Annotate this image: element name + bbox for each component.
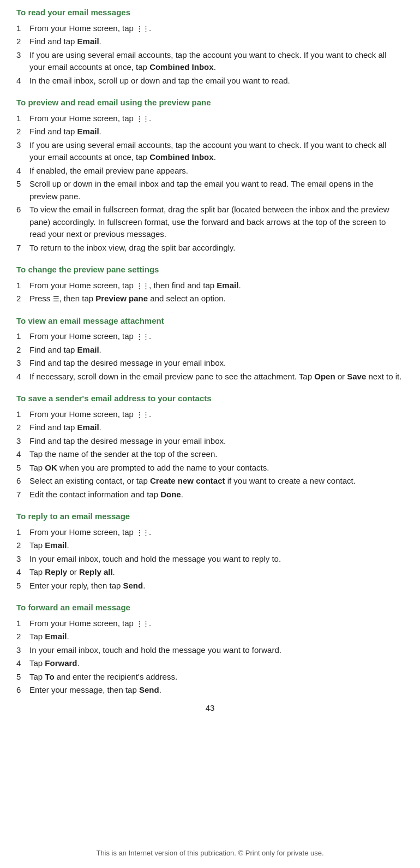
step-list-change-preview: 1From your Home screen, tap ⋮⋮, then fin… — [16, 280, 404, 305]
section-title-preview-email: To preview and read email using the prev… — [16, 97, 404, 109]
step-number: 1 — [16, 617, 29, 630]
step-number: 5 — [16, 671, 29, 683]
step-number: 3 — [16, 49, 29, 62]
step-item: 5Enter your reply, then tap Send. — [16, 580, 404, 592]
step-number: 4 — [16, 566, 29, 579]
step-text: From your Home screen, tap ⋮⋮. — [29, 22, 404, 35]
step-text: To view the email in fullscreen format, … — [29, 204, 404, 241]
step-text: Scroll up or down in the email inbox and… — [29, 178, 404, 203]
step-item: 5Tap To and enter the recipient's addres… — [16, 671, 404, 683]
step-item: 6Select an existing contact, or tap Crea… — [16, 475, 404, 487]
step-number: 7 — [16, 242, 29, 254]
step-item: 6Enter your message, then tap Send. — [16, 684, 404, 697]
section-title-change-preview: To change the preview pane settings — [16, 264, 404, 276]
step-item: 4Tap the name of the sender at the top o… — [16, 448, 404, 461]
step-number: 3 — [16, 644, 29, 657]
step-text: If you are using several email accounts,… — [29, 49, 404, 74]
footer: This is an Internet version of this publ… — [0, 848, 420, 859]
section-title-save-sender: To save a sender's email address to your… — [16, 393, 404, 405]
step-text: Edit the contact information and tap Don… — [29, 489, 404, 501]
step-number: 3 — [16, 553, 29, 566]
step-text: If necessary, scroll down in the email p… — [29, 371, 404, 383]
step-number: 4 — [16, 75, 29, 87]
step-item: 1From your Home screen, tap ⋮⋮. — [16, 526, 404, 539]
step-item: 2Tap Email. — [16, 539, 404, 552]
page-number: 43 — [16, 702, 404, 715]
step-item: 2Find and tap Email. — [16, 126, 404, 138]
step-item: 4Tap Forward. — [16, 657, 404, 670]
step-list-read-email: 1From your Home screen, tap ⋮⋮.2Find and… — [16, 22, 404, 87]
step-item: 6To view the email in fullscreen format,… — [16, 204, 404, 241]
step-item: 1From your Home screen, tap ⋮⋮. — [16, 330, 404, 343]
step-text: To return to the inbox view, drag the sp… — [29, 242, 404, 254]
step-item: 1From your Home screen, tap ⋮⋮. — [16, 408, 404, 421]
section-title-read-email: To read your email messages — [16, 7, 404, 19]
step-text: Tap the name of the sender at the top of… — [29, 448, 404, 461]
step-text: Enter your reply, then tap Send. — [29, 580, 404, 592]
step-text: Tap Forward. — [29, 657, 404, 670]
step-text: Find and tap Email. — [29, 344, 404, 356]
step-text: From your Home screen, tap ⋮⋮. — [29, 526, 404, 539]
step-item: 3If you are using several email accounts… — [16, 139, 404, 164]
step-item: 1From your Home screen, tap ⋮⋮. — [16, 112, 404, 125]
step-item: 7Edit the contact information and tap Do… — [16, 489, 404, 501]
step-item: 3Find and tap the desired message in you… — [16, 357, 404, 370]
step-text: Tap Email. — [29, 539, 404, 552]
step-number: 1 — [16, 408, 29, 421]
section-title-reply-email: To reply to an email message — [16, 510, 404, 523]
step-number: 2 — [16, 293, 29, 305]
step-item: 3In your email inbox, touch and hold the… — [16, 553, 404, 566]
step-number: 7 — [16, 489, 29, 501]
step-number: 6 — [16, 684, 29, 697]
step-text: Tap To and enter the recipient's address… — [29, 671, 404, 683]
step-item: 4If enabled, the email preview pane appe… — [16, 165, 404, 177]
sections-container: To read your email messages1From your Ho… — [16, 7, 404, 697]
step-item: 5Tap OK when you are prompted to add the… — [16, 462, 404, 474]
step-number: 6 — [16, 475, 29, 487]
step-item: 3In your email inbox, touch and hold the… — [16, 644, 404, 657]
step-number: 2 — [16, 539, 29, 552]
step-number: 1 — [16, 112, 29, 125]
step-number: 1 — [16, 526, 29, 539]
step-item: 1From your Home screen, tap ⋮⋮, then fin… — [16, 280, 404, 292]
step-text: Find and tap the desired message in your… — [29, 435, 404, 448]
step-item: 1From your Home screen, tap ⋮⋮. — [16, 617, 404, 630]
step-item: 4Tap Reply or Reply all. — [16, 566, 404, 579]
step-number: 5 — [16, 178, 29, 191]
step-text: From your Home screen, tap ⋮⋮. — [29, 330, 404, 343]
step-text: If you are using several email accounts,… — [29, 139, 404, 164]
step-text: From your Home screen, tap ⋮⋮, then find… — [29, 280, 404, 292]
step-number: 3 — [16, 435, 29, 448]
step-text: If enabled, the email preview pane appea… — [29, 165, 404, 177]
section-title-forward-email: To forward an email message — [16, 602, 404, 614]
step-item: 2Find and tap Email. — [16, 344, 404, 356]
step-number: 4 — [16, 165, 29, 177]
step-item: 3Find and tap the desired message in you… — [16, 435, 404, 448]
step-item: 7To return to the inbox view, drag the s… — [16, 242, 404, 254]
step-item: 2Find and tap Email. — [16, 421, 404, 434]
step-text: In the email inbox, scroll up or down an… — [29, 75, 404, 87]
step-text: Select an existing contact, or tap Creat… — [29, 475, 404, 487]
step-number: 5 — [16, 462, 29, 474]
step-item: 2Find and tap Email. — [16, 35, 404, 48]
step-number: 2 — [16, 344, 29, 356]
step-list-view-attachment: 1From your Home screen, tap ⋮⋮.2Find and… — [16, 330, 404, 383]
step-list-forward-email: 1From your Home screen, tap ⋮⋮.2Tap Emai… — [16, 617, 404, 697]
step-item: 2Tap Email. — [16, 631, 404, 643]
step-number: 4 — [16, 657, 29, 670]
step-text: From your Home screen, tap ⋮⋮. — [29, 408, 404, 421]
section-title-view-attachment: To view an email message attachment — [16, 315, 404, 328]
step-number: 1 — [16, 330, 29, 343]
step-text: In your email inbox, touch and hold the … — [29, 644, 404, 657]
step-text: Enter your message, then tap Send. — [29, 684, 404, 697]
step-number: 2 — [16, 631, 29, 643]
step-text: Find and tap Email. — [29, 421, 404, 434]
step-number: 3 — [16, 139, 29, 152]
step-text: Tap OK when you are prompted to add the … — [29, 462, 404, 474]
step-number: 2 — [16, 35, 29, 48]
step-number: 4 — [16, 448, 29, 461]
step-item: 3If you are using several email accounts… — [16, 49, 404, 74]
step-item: 5Scroll up or down in the email inbox an… — [16, 178, 404, 203]
step-list-save-sender: 1From your Home screen, tap ⋮⋮.2Find and… — [16, 408, 404, 501]
step-text: In your email inbox, touch and hold the … — [29, 553, 404, 566]
